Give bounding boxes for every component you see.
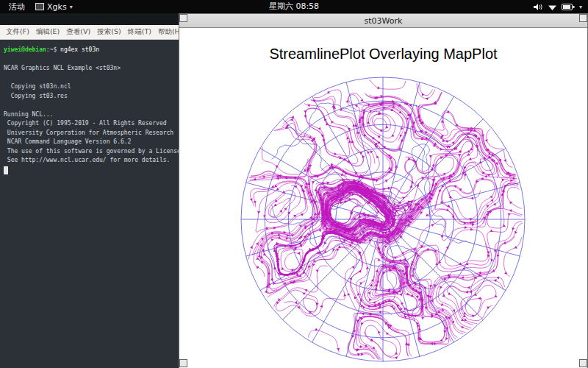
window-titlebar[interactable]: st03Work	[179, 14, 587, 28]
terminal-cursor-line	[4, 166, 175, 177]
app-menu-label: Xgks	[47, 2, 67, 12]
volume-icon	[534, 3, 543, 11]
terminal-output-line: Copyright (C) 1995-2019 - All Rights Res…	[4, 119, 175, 129]
terminal-content[interactable]: yiwei@debian:~$ ng4ex st03n NCAR Graphic…	[0, 40, 179, 176]
prompt-userhost: yiwei@debian	[4, 46, 46, 53]
terminal-window: 文件(F)编辑(E)查看(V)搜索(S)终端(T)帮助(H) yiwei@deb…	[0, 13, 179, 368]
streamline-plot-svg	[179, 28, 587, 368]
app-menu-button[interactable]: Xgks ▾	[35, 2, 73, 12]
terminal-output-line: See http://www.ncl.ucar.edu/ for more de…	[4, 156, 175, 166]
terminal-command: ng4ex st03n	[60, 46, 99, 53]
window-icon	[35, 3, 44, 10]
terminal-output-line: Copying st03.res	[4, 92, 175, 102]
terminal-menubar: 文件(F)编辑(E)查看(V)搜索(S)终端(T)帮助(H)	[0, 25, 179, 40]
terminal-output-line	[4, 101, 175, 110]
top-bar: 活动 Xgks ▾ 星期六 08:58 ▾	[0, 0, 588, 13]
terminal-output-line: NCAR Command Language Version 6.6.2	[4, 138, 175, 147]
terminal-output-line	[4, 74, 175, 83]
plot-canvas: StreamlinePlot Overlaying MapPlot	[179, 28, 587, 368]
terminal-header[interactable]	[0, 13, 179, 25]
terminal-output-line: Copying st03n.ncl	[4, 82, 175, 92]
activities-button[interactable]: 活动	[6, 1, 28, 13]
terminal-prompt-line: yiwei@debian:~$ ng4ex st03n	[4, 46, 175, 55]
terminal-menu-item[interactable]: 搜索(S)	[94, 26, 123, 38]
window-resize-handle-se[interactable]	[579, 359, 587, 367]
window-resize-handle-ne[interactable]	[579, 14, 587, 22]
terminal-output: NCAR Graphics NCL Example <st03n> Copyin…	[4, 55, 175, 166]
terminal-menu-item[interactable]: 查看(V)	[63, 26, 93, 38]
battery-icon	[562, 3, 575, 11]
plot-title: StreamlinePlot Overlaying MapPlot	[179, 46, 587, 63]
terminal-menu-item[interactable]: 终端(T)	[125, 26, 154, 38]
terminal-output-line	[4, 55, 175, 65]
window-resize-handle-sw[interactable]	[179, 359, 187, 367]
terminal-menu-item[interactable]: 编辑(E)	[33, 26, 62, 38]
window-resize-handle-nw[interactable]	[179, 14, 187, 22]
network-icon	[548, 3, 557, 11]
prompt-symbol: :~$	[46, 46, 60, 53]
terminal-output-line: NCAR Graphics NCL Example <st03n>	[4, 64, 175, 74]
chevron-down-icon: ▾	[70, 4, 73, 10]
x-window: st03Work StreamlinePlot Overlaying MapPl…	[179, 13, 588, 368]
window-title: st03Work	[365, 16, 403, 26]
tray-caret-icon: ▾	[579, 4, 582, 10]
terminal-menu-item[interactable]: 文件(F)	[3, 26, 32, 38]
system-tray[interactable]: ▾	[534, 3, 582, 11]
terminal-output-line: University Corporation for Atmospheric R…	[4, 129, 175, 138]
terminal-output-line: The use of this software is governed by …	[4, 147, 175, 157]
terminal-cursor	[4, 166, 8, 174]
terminal-output-line: Running NCL...	[4, 110, 175, 120]
clock[interactable]: 星期六 08:58	[269, 0, 319, 13]
